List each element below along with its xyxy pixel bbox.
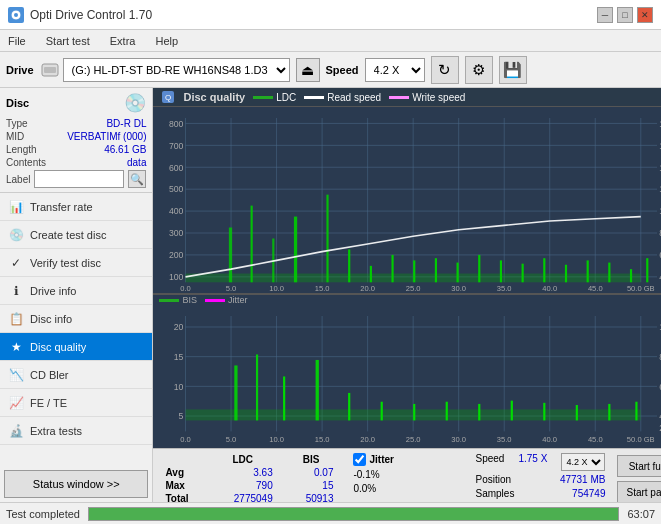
jitter-checkbox[interactable] (353, 453, 366, 466)
svg-text:5.0: 5.0 (226, 284, 237, 293)
chart-header: Q Disc quality LDC Read speed Write spee… (153, 88, 661, 107)
svg-text:100: 100 (169, 272, 184, 282)
ldc-col-header: LDC (205, 453, 281, 466)
svg-rect-65 (479, 255, 481, 282)
avg-jitter-value: -0.1% (353, 469, 379, 480)
svg-rect-71 (609, 263, 611, 283)
disc-panel: Disc 💿 Type BD-R DL MID VERBATIMf (000) … (0, 88, 152, 193)
svg-rect-120 (511, 401, 513, 421)
svg-rect-55 (251, 206, 253, 283)
svg-text:35.0: 35.0 (497, 436, 512, 445)
stats-table: LDC BIS Avg 3.63 0.07 Max 790 15 Total (161, 453, 341, 505)
ldc-color-dot (253, 96, 273, 99)
svg-text:10.0: 10.0 (270, 284, 285, 293)
bottom-chart-svg: 20 15 10 5 10% 8% 6% 4% 2% 0.0 5.0 10.0 … (153, 305, 661, 448)
svg-text:30.0: 30.0 (452, 284, 467, 293)
svg-text:0.0: 0.0 (181, 436, 192, 445)
label-input[interactable] (34, 170, 124, 188)
svg-rect-70 (587, 260, 589, 282)
svg-rect-61 (392, 255, 394, 282)
svg-rect-66 (500, 260, 502, 282)
fe-te-icon: 📈 (8, 395, 24, 411)
top-chart-container: 800 700 600 500 400 300 200 100 18X 16X … (153, 107, 661, 294)
svg-text:45.0: 45.0 (588, 436, 603, 445)
nav-list: 📊 Transfer rate 💿 Create test disc ✓ Ver… (0, 193, 152, 466)
svg-rect-118 (446, 402, 448, 421)
close-button[interactable]: ✕ (637, 7, 653, 23)
svg-rect-54 (229, 228, 232, 283)
svg-rect-117 (414, 404, 416, 420)
refresh-button[interactable]: ↻ (431, 56, 459, 84)
svg-text:15.0: 15.0 (315, 436, 330, 445)
nav-create-test-disc[interactable]: 💿 Create test disc (0, 221, 152, 249)
svg-rect-119 (479, 404, 481, 420)
status-window-button[interactable]: Status window >> (4, 470, 148, 498)
svg-text:500: 500 (169, 184, 184, 194)
start-buttons: Start full Start part (617, 453, 661, 505)
bis-col-header: BIS (281, 453, 342, 466)
disc-info-icon: 📋 (8, 311, 24, 327)
sidebar: Disc 💿 Type BD-R DL MID VERBATIMf (000) … (0, 88, 153, 502)
avg-bis-value: 0.07 (281, 466, 342, 479)
max-row-label: Max (161, 479, 204, 492)
svg-text:50.0 GB: 50.0 GB (627, 284, 655, 293)
svg-rect-67 (522, 264, 524, 283)
mid-label: MID (6, 131, 24, 142)
nav-disc-quality[interactable]: ★ Disc quality (0, 333, 152, 361)
maximize-button[interactable]: □ (617, 7, 633, 23)
menu-bar: File Start test Extra Help (0, 30, 661, 52)
legend-jitter: Jitter (205, 295, 248, 305)
minimize-button[interactable]: ─ (597, 7, 613, 23)
top-chart-svg: 800 700 600 500 400 300 200 100 18X 16X … (153, 107, 661, 293)
svg-rect-68 (544, 258, 546, 282)
mid-value: VERBATIMf (000) (67, 131, 146, 142)
nav-create-label: Create test disc (30, 229, 106, 241)
nav-disc-info-label: Disc info (30, 313, 72, 325)
nav-verify-test-disc[interactable]: ✓ Verify test disc (0, 249, 152, 277)
nav-drive-info[interactable]: ℹ Drive info (0, 277, 152, 305)
svg-text:300: 300 (169, 228, 184, 238)
speed-select[interactable]: 4.2 X (365, 58, 425, 82)
max-bis-value: 15 (281, 479, 342, 492)
eject-button[interactable]: ⏏ (296, 58, 320, 82)
nav-cd-bler[interactable]: 📉 CD Bler (0, 361, 152, 389)
nav-extra-tests[interactable]: 🔬 Extra tests (0, 417, 152, 445)
svg-text:10: 10 (174, 382, 184, 392)
svg-rect-63 (435, 258, 437, 282)
start-full-button[interactable]: Start full (617, 455, 661, 477)
svg-rect-64 (457, 263, 459, 283)
save-button[interactable]: 💾 (499, 56, 527, 84)
menu-help[interactable]: Help (151, 33, 182, 49)
max-jitter-row: 0.0% (353, 483, 463, 494)
svg-text:50.0 GB: 50.0 GB (627, 436, 655, 445)
svg-rect-112 (256, 355, 258, 421)
length-value: 46.61 GB (104, 144, 146, 155)
nav-fe-te-label: FE / TE (30, 397, 67, 409)
settings-button[interactable]: ⚙ (465, 56, 493, 84)
transfer-rate-icon: 📊 (8, 199, 24, 215)
drive-select[interactable]: (G:) HL-DT-ST BD-RE WH16NS48 1.D3 (63, 58, 290, 82)
main-area: Disc 💿 Type BD-R DL MID VERBATIMf (000) … (0, 88, 661, 502)
label-label: Label (6, 174, 30, 185)
nav-transfer-rate[interactable]: 📊 Transfer rate (0, 193, 152, 221)
menu-start-test[interactable]: Start test (42, 33, 94, 49)
nav-disc-info[interactable]: 📋 Disc info (0, 305, 152, 333)
svg-rect-72 (630, 269, 632, 282)
menu-extra[interactable]: Extra (106, 33, 140, 49)
label-button[interactable]: 🔍 (128, 170, 146, 188)
svg-rect-113 (284, 377, 286, 421)
cd-bler-icon: 📉 (8, 367, 24, 383)
speed-dropdown[interactable]: 4.2 X (561, 453, 605, 471)
nav-extra-tests-label: Extra tests (30, 425, 82, 437)
jitter-legend-label: Jitter (228, 295, 248, 305)
bottom-chart-container: 20 15 10 5 10% 8% 6% 4% 2% 0.0 5.0 10.0 … (153, 305, 661, 448)
app-title: Opti Drive Control 1.70 (30, 8, 152, 22)
nav-fe-te[interactable]: 📈 FE / TE (0, 389, 152, 417)
menu-file[interactable]: File (4, 33, 30, 49)
svg-rect-111 (235, 366, 238, 421)
svg-point-1 (14, 13, 18, 17)
start-part-button[interactable]: Start part (617, 481, 661, 503)
contents-value: data (127, 157, 146, 168)
svg-text:700: 700 (169, 141, 184, 151)
svg-text:5.0: 5.0 (226, 436, 237, 445)
